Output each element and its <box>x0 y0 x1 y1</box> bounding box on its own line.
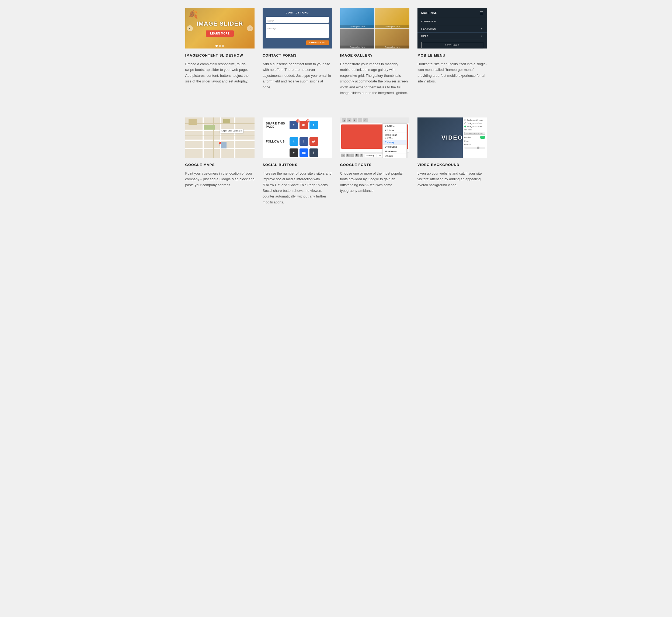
mm-download-button[interactable]: DOWNLOAD <box>421 42 483 48</box>
map-close-icon[interactable]: × <box>240 130 242 132</box>
gallery-cell-3[interactable]: Type caption here <box>340 29 375 48</box>
font-item-pt-sans[interactable]: PT Sans <box>383 128 406 133</box>
toolbar-indent-icon[interactable]: ⊞ <box>353 118 357 122</box>
message-placeholder: Message <box>267 27 276 30</box>
share-icons: f 192 g+ 47 t <box>289 121 318 129</box>
youtube-label: YouTube <box>464 129 472 131</box>
mm-item-features[interactable]: FEATURES ▼ <box>418 25 487 33</box>
dot-2[interactable] <box>219 45 221 47</box>
contact-form-header: CONTACT FORM <box>266 11 329 14</box>
github-icon: ♦ <box>293 151 295 155</box>
follow-gplus-button[interactable]: g+ <box>309 137 318 146</box>
toolbar-align-icon[interactable]: ≡ <box>347 118 352 122</box>
share-fb-button[interactable]: f 192 <box>289 121 298 129</box>
follow-behance-button[interactable]: Be <box>299 149 308 157</box>
gplus-follow-icon: g+ <box>312 140 315 143</box>
bg-image-option[interactable]: Background Image <box>464 119 485 121</box>
toolbar-source-icon[interactable]: { } <box>342 118 346 122</box>
section-gap <box>185 104 487 110</box>
slider-prev-button[interactable]: ‹ <box>187 25 193 31</box>
follow-icons: t f g+ <box>289 137 318 146</box>
map-block-2 <box>223 119 230 124</box>
share-gplus-button[interactable]: g+ 47 <box>299 121 308 129</box>
card-google-fonts: { } ≡ ⊞ T ⊡ Source... PT Sans Open Sans … <box>340 118 410 205</box>
name-input-mock: Name* <box>266 17 329 23</box>
gallery-cell-1[interactable]: Type caption here <box>340 8 375 28</box>
tumblr-icon: t <box>313 151 314 155</box>
video-settings-panel: Background Image Background Color Backgr… <box>463 118 487 158</box>
contact-us-button[interactable]: CONTACT US <box>306 40 329 45</box>
font-item-source[interactable]: Source... <box>383 124 406 128</box>
card-social-buttons: SHARE THISPAGE! f 192 g+ 47 t <box>263 118 332 205</box>
bottom-text-icon[interactable]: T <box>351 154 354 157</box>
share-row: SHARE THISPAGE! f 192 g+ 47 t <box>266 121 329 129</box>
toolbar-link-icon[interactable]: ⊡ <box>363 118 368 122</box>
gallery-cell-2[interactable]: Type caption here <box>375 8 409 28</box>
gplus-count-badge: 47 <box>306 119 309 123</box>
overlay-row: Overlay <box>464 136 485 139</box>
leaf-decoration: 🍂 <box>188 9 198 19</box>
bg-color-option[interactable]: Background Color <box>464 122 485 124</box>
opacity-slider-thumb[interactable] <box>477 147 479 149</box>
dot-1[interactable] <box>215 45 218 47</box>
behance-icon: Be <box>302 151 306 154</box>
message-input-mock: Message <box>266 24 329 38</box>
slider-next-button[interactable]: › <box>247 25 253 31</box>
card-mobile-menu: MOBIRISE ☰ OVERVIEW FEATURES ▼ HELP ▼ DO… <box>418 8 487 96</box>
opacity-slider[interactable] <box>464 147 485 149</box>
bg-video-label: Background Video <box>467 126 482 128</box>
gallery-preview: Type caption here Type caption here Type… <box>340 8 410 48</box>
fonts-dropdown[interactable]: Source... PT Sans Open Sans Cond... Rale… <box>383 124 407 158</box>
font-item-droid-sans[interactable]: Droid Sans <box>383 145 406 149</box>
name-placeholder: Name* <box>267 20 274 22</box>
card-desc-social: Increase the number of your site visitor… <box>263 171 332 205</box>
font-item-montserrat[interactable]: Montserrat <box>383 149 406 154</box>
follow-tumblr-button[interactable]: t <box>309 149 318 157</box>
gallery-caption-1: Type caption here <box>340 25 375 28</box>
font-item-open-sans[interactable]: Open Sans Cond... <box>383 133 406 140</box>
card-title-gallery: IMAGE GALLERY <box>340 53 410 57</box>
card-video-bg: VIDEO Background Image Background Color … <box>418 118 487 205</box>
font-item-ubuntu[interactable]: Ubuntu <box>383 154 406 158</box>
follow-twitter-button[interactable]: t <box>289 137 298 146</box>
contact-form-preview: CONTACT FORM Name* Message CONTACT US <box>263 8 332 48</box>
bottom-list-icon[interactable]: ≣ <box>355 154 359 157</box>
color-label: Color <box>464 140 469 142</box>
card-title-contact: CONTACT FORMS <box>263 53 332 57</box>
toolbar-style-icon[interactable]: T <box>358 118 362 122</box>
opacity-label: Opacity <box>464 143 471 145</box>
card-image-gallery: Type caption here Type caption here Type… <box>340 8 410 96</box>
bottom-align-icon[interactable]: ≡ <box>341 154 345 157</box>
font-item-raleway[interactable]: Raleway <box>383 140 406 145</box>
follow-label: FOLLOW US <box>266 140 287 143</box>
dot-3[interactable] <box>222 45 224 47</box>
follow-github-button[interactable]: ♦ <box>289 149 298 157</box>
facebook-follow-icon: f <box>303 139 304 143</box>
follow-fb-button[interactable]: f <box>299 137 308 146</box>
card-desc-gallery: Demonstrate your images in masonry mobil… <box>340 61 410 96</box>
card-desc-slideshow: Embed a completely responsive, touch-swi… <box>185 61 255 84</box>
bg-video-option[interactable]: Background Video <box>464 126 485 128</box>
hamburger-icon[interactable]: ☰ <box>480 11 483 15</box>
bottom-link-icon[interactable]: ⊡ <box>360 154 363 157</box>
map-block-3 <box>204 125 215 130</box>
radio-bg-color[interactable] <box>464 122 466 124</box>
card-desc-video: Liven up your website and catch your sit… <box>418 171 487 188</box>
mm-item-help[interactable]: HELP ▼ <box>418 33 487 40</box>
gallery-cell-4[interactable]: Type caption here <box>375 29 409 48</box>
video-preview: VIDEO Background Image Background Color … <box>418 118 487 158</box>
radio-bg-video[interactable] <box>464 126 466 128</box>
chevron-down-icon-2: ▼ <box>481 35 483 37</box>
radio-bg-image[interactable] <box>464 119 466 121</box>
share-twitter-button[interactable]: t <box>309 121 318 129</box>
mm-item-overview[interactable]: OVERVIEW <box>418 18 487 25</box>
share-label-text: SHARE THISPAGE! <box>266 122 285 128</box>
learn-more-button[interactable]: LEARN MORE <box>206 30 234 37</box>
youtube-url-input[interactable]: http://www.youtube.com/watd <box>464 132 485 135</box>
video-label: VIDEO <box>441 134 463 141</box>
card-title-video: VIDEO BACKGROUND <box>418 163 487 167</box>
bg-color-label: Background Color <box>467 122 482 124</box>
card-desc-maps: Point your customers in the location of … <box>185 171 255 188</box>
bottom-grid-icon[interactable]: ⊞ <box>346 154 350 157</box>
overlay-toggle[interactable] <box>480 136 485 139</box>
